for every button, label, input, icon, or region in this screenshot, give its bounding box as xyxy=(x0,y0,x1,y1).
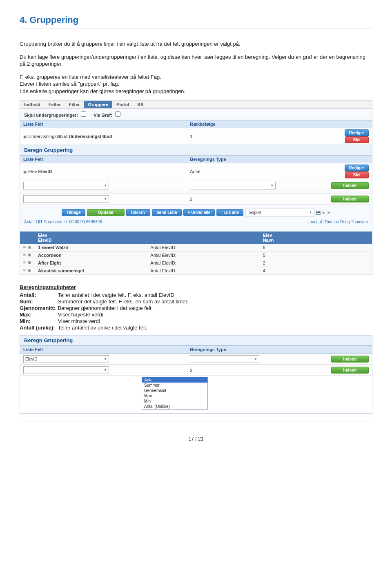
indsaet-button[interactable]: Indsæt xyxy=(331,367,369,374)
option-gennemsnit[interactable]: Gennemsnit xyxy=(142,388,207,393)
th-raekkefolge: Rækkefølge xyxy=(187,120,316,128)
antal-val: 2 xyxy=(260,259,372,267)
screenshot-beregn-dropdown: Beregn Gruppering Liste Felt Beregnings … xyxy=(20,335,372,414)
section-title: 4. Gruppering xyxy=(20,15,372,25)
def-key: Sum: xyxy=(20,298,56,305)
antal-label: Antal ElevID: xyxy=(147,259,259,267)
beregn-type-options[interactable]: Antal Summer Gennemsnit Max Min Antal (U… xyxy=(142,377,208,410)
chevron-down-icon: ▼ xyxy=(309,211,312,214)
close-icon[interactable]: ✖ xyxy=(327,211,330,215)
slet-button[interactable]: Slet xyxy=(345,136,369,143)
beregn-gruppering-head: Beregn Gruppering xyxy=(20,145,372,155)
expand-icon[interactable]: ▣ xyxy=(23,170,27,174)
row-elev-elevid: ▣ Elev ElevID xyxy=(20,168,187,175)
liste-felt-select[interactable]: ▼ xyxy=(23,182,109,189)
luk-alle-button[interactable]: - Luk alle xyxy=(216,209,243,216)
option-min[interactable]: Min xyxy=(142,398,207,404)
intro-p2: Du kan lage flere grupperinger/undergrup… xyxy=(20,53,372,68)
liste-felt-select-2[interactable]: ▼ xyxy=(23,195,109,203)
save-icon[interactable]: 💾 xyxy=(316,211,321,215)
rediger-button[interactable]: Rediger xyxy=(345,165,369,171)
row-undervisning-val: 1 xyxy=(187,133,316,140)
action-bar: Tilbage Opdater Udskriv Send Liste + Udv… xyxy=(20,205,372,218)
expand-icon[interactable]: ▣ xyxy=(23,135,27,139)
option-antal[interactable]: Antal xyxy=(142,377,207,383)
send-liste-button[interactable]: Send Liste xyxy=(152,209,182,216)
definitions: Beregningsmuligheter Antall: Teller anta… xyxy=(20,284,372,331)
list-item: Accordeon xyxy=(35,252,147,259)
option-max[interactable]: Max xyxy=(142,393,207,398)
tilbage-button[interactable]: Tilbage xyxy=(62,209,85,216)
tab-gruppere[interactable]: Gruppere xyxy=(84,101,113,108)
status-left: Antal: 101 Data hentet i: 00:00:00.65953… xyxy=(24,220,102,224)
list-item: 1 sweet Walzii xyxy=(35,244,147,251)
status-right: Lavet af: Thomas Reng Thomsen xyxy=(307,220,368,224)
tab-sa[interactable]: SA xyxy=(133,101,147,108)
def-desc: Summerer det valgte felt. F. eks. en sum… xyxy=(58,298,189,305)
tab-filter[interactable]: Filter xyxy=(65,101,84,108)
divider xyxy=(20,29,372,29)
chevron-down-icon: ▼ xyxy=(270,184,274,187)
antal-label: Antal ElevID: xyxy=(147,252,259,259)
th-liste-felt: Liste Felt xyxy=(20,120,187,128)
th-liste-felt: Liste Felt xyxy=(20,346,187,353)
def-key: Antall: xyxy=(20,292,56,298)
antal-val: 4 xyxy=(260,267,372,274)
row-undervisning: ▣ Undervisningstilbud Undervisningstilbu… xyxy=(20,133,187,140)
antal-val: 5 xyxy=(260,252,372,259)
udvid-alle-button[interactable]: + Udvid alle xyxy=(183,209,215,216)
expand-icon[interactable]: ✉ ▣ xyxy=(20,267,35,274)
udskriv-button[interactable]: Udskriv xyxy=(126,209,150,216)
chevron-down-icon: ▼ xyxy=(104,184,107,187)
rediger-button[interactable]: Rediger xyxy=(345,129,369,136)
list-item: After Eight xyxy=(35,259,147,267)
th-beregnings-type: Beregnings Type xyxy=(187,156,316,163)
tab-portal[interactable]: Portal xyxy=(112,101,133,108)
indsaet-button[interactable]: Indsæt xyxy=(331,356,369,363)
chevron-down-icon: ▼ xyxy=(104,368,107,372)
slet-button[interactable]: Slet xyxy=(345,171,369,178)
beregn-type-select[interactable]: ▼ xyxy=(190,355,259,363)
def-key: Antall (unike): xyxy=(20,325,56,331)
opdater-button[interactable]: Opdater xyxy=(87,209,125,216)
def-desc: Viser høyeste verdi xyxy=(58,312,103,318)
intro-p3: F. eks. grupperes en liste med ventelist… xyxy=(20,73,372,95)
indsaet-button[interactable]: Indsæt xyxy=(331,196,369,203)
bottom-val: 2 xyxy=(187,196,316,203)
mail-icon[interactable]: ✉ xyxy=(322,211,325,215)
th-liste-felt-2: Liste Felt xyxy=(20,156,187,163)
chevron-down-icon: ▼ xyxy=(104,197,107,201)
bottom-val: 2 xyxy=(187,367,316,374)
screenshot-gruppering-ui: Indhold Felter Filter Gruppere Portal SA… xyxy=(20,100,372,275)
vis-graf-label: Vis Graf: xyxy=(94,113,122,118)
col-elev-navn: ElevNavn xyxy=(260,232,372,244)
tab-felter[interactable]: Felter xyxy=(45,101,65,108)
option-summer[interactable]: Summer xyxy=(142,383,207,388)
antal-label: Antal ElevID: xyxy=(147,267,259,274)
liste-felt-select[interactable]: ElevID▼ xyxy=(23,355,109,363)
chevron-down-icon: ▼ xyxy=(104,357,107,361)
def-desc: Teller antallet av unike i det valgte fe… xyxy=(58,325,147,331)
def-key: Min: xyxy=(20,318,56,324)
def-key: Max: xyxy=(20,312,56,318)
option-antal-unikke[interactable]: Antal (Unikke) xyxy=(142,404,207,409)
indsaet-button[interactable]: Indsæt xyxy=(331,182,369,189)
antal-label: Antal ElevID: xyxy=(147,244,259,251)
defs-head: Beregningsmuligheter xyxy=(20,284,372,290)
def-desc: Teller antallet i det valgte felt. F. ek… xyxy=(58,292,174,298)
tab-indhold[interactable]: Indhold xyxy=(20,101,45,108)
expand-icon[interactable]: ✉ ▣ xyxy=(20,244,35,251)
tabs: Indhold Felter Filter Gruppere Portal SA xyxy=(20,101,372,109)
skjul-under-checkbox[interactable] xyxy=(81,111,86,117)
row-elev-val: Antal xyxy=(187,168,316,175)
beregn-type-select[interactable]: ▼ xyxy=(190,182,276,189)
expand-icon[interactable]: ✉ ▣ xyxy=(20,252,35,259)
vis-graf-checkbox[interactable] xyxy=(115,111,120,117)
liste-felt-select-2[interactable]: ▼ xyxy=(23,366,109,374)
def-desc: Beregner gjennomsnittet i det valgte fel… xyxy=(58,305,153,311)
export-select[interactable]: - Export -▼ xyxy=(245,209,314,216)
def-desc: Viser minste verdi xyxy=(58,318,100,324)
def-key: Gjennomsnitt: xyxy=(20,305,56,311)
list-item: Akustisk sammenspil xyxy=(35,267,147,274)
expand-icon[interactable]: ✉ ▣ xyxy=(20,259,35,267)
